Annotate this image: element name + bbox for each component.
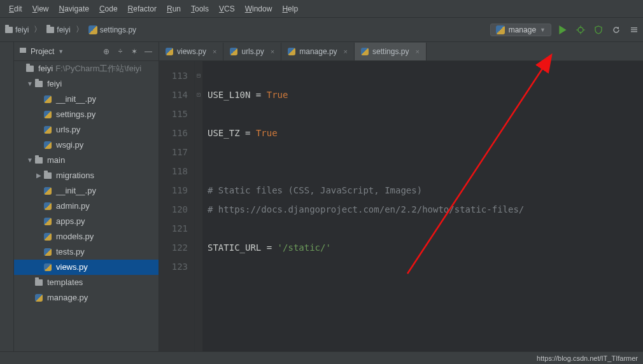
tree-node-feiyi[interactable]: ▼feiyi [14, 76, 159, 92]
code-line[interactable] [208, 143, 643, 162]
tree-node-migrations[interactable]: ▶migrations [14, 168, 159, 183]
python-icon [43, 186, 52, 195]
tree-node-apps-py[interactable]: apps.py [14, 214, 159, 229]
code-line[interactable]: USE_L10N = True [208, 85, 643, 104]
hide-icon[interactable]: — [143, 46, 153, 57]
tree-node-main[interactable]: ▼main [14, 153, 159, 168]
editor-tab-settings-py[interactable]: settings.py× [355, 43, 427, 60]
menu-refactor[interactable]: Refactor [123, 4, 162, 13]
breadcrumb-item[interactable]: settings.py [86, 24, 139, 36]
close-icon[interactable]: × [271, 48, 274, 55]
coverage-icon[interactable] [592, 24, 605, 36]
tree-node-feiyi[interactable]: feiyi F:\PyCharm工作站\feiyi [14, 61, 159, 76]
code-line[interactable] [208, 219, 643, 238]
gear-icon[interactable]: ✶ [129, 46, 139, 57]
python-icon [288, 48, 295, 55]
line-number: 115 [159, 104, 188, 123]
svg-rect-8 [631, 29, 637, 31]
code-line[interactable] [208, 66, 643, 85]
menu-view[interactable]: View [27, 4, 54, 13]
svg-point-1 [578, 27, 583, 32]
run-config-selector[interactable]: manage ▼ [490, 24, 551, 36]
tree-node-label: manage.py [47, 291, 88, 305]
tree-node-label: wsgi.py [56, 138, 83, 152]
code-line[interactable]: STATIC_URL = '/static/' [208, 238, 643, 257]
project-tree[interactable]: feiyi F:\PyCharm工作站\feiyi▼feiyi__init__.… [14, 61, 159, 351]
tree-node-label: __init__.py [56, 184, 96, 198]
tree-node-urls-py[interactable]: urls.py [14, 122, 159, 137]
code-line[interactable] [208, 257, 643, 276]
tree-node-views-py[interactable]: views.py [14, 260, 159, 275]
tree-node-settings-py[interactable]: settings.py [14, 107, 159, 122]
python-icon [43, 141, 52, 150]
chevron-down-icon: ▼ [540, 27, 546, 33]
menu-code[interactable]: Code [94, 4, 123, 13]
fold-gutter[interactable]: ⊟⊡ [195, 61, 202, 351]
run-play-icon[interactable] [556, 24, 569, 36]
menu-edit[interactable]: Edit [4, 4, 27, 13]
fold-marker[interactable]: ⊡ [195, 85, 202, 104]
breadcrumb-separator: 〉 [76, 24, 83, 35]
menu-run[interactable]: Run [162, 4, 186, 13]
code-line[interactable]: # https://docs.djangoproject.com/en/2.2/… [208, 200, 643, 219]
tree-node-tests-py[interactable]: tests.py [14, 244, 159, 260]
fold-marker[interactable]: ⊟ [195, 66, 202, 85]
tree-node-__init__-py[interactable]: __init__.py [14, 183, 159, 199]
project-tool-window: Project ▼ ⊕ ÷ ✶ — feiyi F:\PyCharm工作站\fe… [14, 42, 159, 351]
debug-icon[interactable] [574, 24, 587, 36]
editor-tab-manage-py[interactable]: manage.py× [281, 43, 355, 60]
menu-tools[interactable]: Tools [186, 4, 214, 13]
code-line[interactable]: USE_TZ = True [208, 123, 643, 143]
token-str: '/static/' [278, 242, 331, 253]
tree-node-label: models.py [56, 230, 94, 244]
breadcrumb-item[interactable]: feiyi [3, 24, 31, 36]
svg-rect-9 [631, 31, 637, 32]
tree-node-label: urls.py [56, 123, 80, 137]
collapse-icon[interactable]: ÷ [115, 46, 125, 57]
python-icon [43, 202, 52, 211]
editor-tab-urls-py[interactable]: urls.py× [223, 43, 281, 60]
editor-tab-views-py[interactable]: views.py× [159, 43, 223, 60]
token-op: = [261, 242, 277, 253]
close-icon[interactable]: × [415, 48, 419, 55]
menu-vcs[interactable]: VCS [214, 4, 240, 13]
menu-help[interactable]: Help [277, 4, 303, 13]
python-icon [230, 48, 237, 55]
breadcrumb-item[interactable]: feiyi [44, 24, 73, 36]
tree-node-__init__-py[interactable]: __init__.py [14, 92, 159, 107]
folder-icon [34, 278, 43, 287]
python-icon [34, 293, 43, 302]
chevron-down-icon[interactable]: ▼ [58, 48, 64, 55]
breadcrumb-label: feiyi [15, 25, 29, 34]
tree-node-templates[interactable]: templates [14, 275, 159, 290]
editor-area: views.py×urls.py×manage.py×settings.py× … [159, 42, 643, 351]
python-icon [43, 95, 52, 104]
breadcrumb-separator: 〉 [34, 24, 41, 35]
chevron-right-icon[interactable]: ▶ [36, 169, 42, 183]
chevron-down-icon[interactable]: ▼ [27, 77, 33, 91]
tree-node-admin-py[interactable]: admin.py [14, 199, 159, 214]
token-comment: # Static files (CSS, JavaScript, Images) [208, 185, 422, 195]
chevron-down-icon[interactable]: ▼ [27, 153, 33, 167]
folder-icon [5, 27, 13, 33]
code-editor[interactable]: 113114115116117118119120121122123 ⊟⊡ USE… [159, 61, 643, 351]
python-icon [166, 48, 173, 55]
menu-navigate[interactable]: Navigate [54, 4, 94, 13]
tree-node-models-py[interactable]: models.py [14, 229, 159, 244]
rerun-icon[interactable] [610, 24, 623, 36]
code-content[interactable]: USE_L10N = True USE_TZ = True # Static f… [202, 61, 643, 351]
token-kw: True [256, 128, 278, 138]
more-toolbar-icon[interactable] [628, 24, 640, 36]
menu-window[interactable]: Window [240, 4, 278, 13]
code-line[interactable] [208, 104, 643, 123]
code-line[interactable] [208, 162, 643, 181]
locate-icon[interactable]: ⊕ [101, 46, 111, 57]
tree-node-manage-py[interactable]: manage.py [14, 290, 159, 305]
close-icon[interactable]: × [213, 48, 216, 55]
tree-node-label: __init__.py [56, 92, 96, 106]
code-line[interactable]: # Static files (CSS, JavaScript, Images) [208, 181, 643, 200]
folder-icon [34, 156, 43, 165]
tree-node-wsgi-py[interactable]: wsgi.py [14, 137, 159, 153]
token-ident: USE_L10N [208, 90, 250, 100]
close-icon[interactable]: × [344, 48, 348, 55]
